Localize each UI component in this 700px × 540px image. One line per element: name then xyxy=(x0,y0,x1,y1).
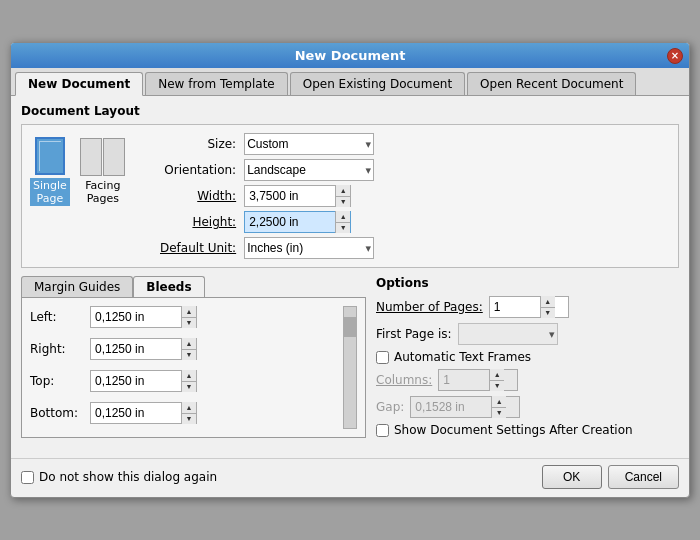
auto-text-checkbox[interactable] xyxy=(376,351,389,364)
size-select-wrap: Custom xyxy=(244,133,374,155)
bleed-scrollbar[interactable] xyxy=(343,306,357,429)
bleed-left-row: Left: ▲ ▼ xyxy=(30,306,339,328)
bleed-top-label: Top: xyxy=(30,374,90,388)
show-settings-checkbox[interactable] xyxy=(376,424,389,437)
default-unit-select[interactable]: Inches (in) xyxy=(244,237,374,259)
bleed-left-input[interactable] xyxy=(91,307,181,327)
bleed-bottom-btns: ▲ ▼ xyxy=(181,402,196,424)
bleed-left-dec[interactable]: ▼ xyxy=(182,318,196,329)
width-spinbox-btns: ▲ ▼ xyxy=(335,185,350,207)
num-pages-dec[interactable]: ▼ xyxy=(541,308,555,319)
sub-tabs: Margin Guides Bleeds xyxy=(21,276,366,297)
footer-checkbox-row: Do not show this dialog again xyxy=(21,470,542,484)
tab-open-existing[interactable]: Open Existing Document xyxy=(290,72,465,95)
columns-label: Columns: xyxy=(376,373,432,387)
tab-new-from-template[interactable]: New from Template xyxy=(145,72,287,95)
close-button[interactable]: × xyxy=(667,48,683,64)
width-input[interactable] xyxy=(245,186,335,206)
bleed-top-inc[interactable]: ▲ xyxy=(182,370,196,382)
height-input-row: ▲ ▼ xyxy=(244,211,670,233)
bleed-right-row: Right: ▲ ▼ xyxy=(30,338,339,360)
sub-tab-content: Left: ▲ ▼ xyxy=(21,297,366,438)
cancel-button[interactable]: Cancel xyxy=(608,465,679,489)
tab-new-document[interactable]: New Document xyxy=(15,72,143,96)
tab-open-recent[interactable]: Open Recent Document xyxy=(467,72,636,95)
first-page-label: First Page is: xyxy=(376,327,452,341)
facing-pages-label: FacingPages xyxy=(85,179,120,205)
num-pages-row: Number of Pages: ▲ ▼ xyxy=(376,296,679,318)
bleed-right-label: Right: xyxy=(30,342,90,356)
default-unit-label: Default Unit: xyxy=(160,241,236,255)
single-page-label: SinglePage xyxy=(30,178,70,206)
height-decrement[interactable]: ▼ xyxy=(336,223,350,234)
gap-spinbox: ▲ ▼ xyxy=(410,396,520,418)
bleed-top-btns: ▲ ▼ xyxy=(181,370,196,392)
columns-input[interactable] xyxy=(439,370,489,390)
size-label: Size: xyxy=(160,137,236,151)
footer-buttons: OK Cancel xyxy=(542,465,679,489)
dialog-body: Document Layout SinglePage FacingPages xyxy=(11,96,689,458)
new-document-dialog: New Document × New Document New from Tem… xyxy=(10,42,690,498)
right-panel: Options Number of Pages: ▲ ▼ First Page … xyxy=(376,276,679,442)
columns-row: Columns: ▲ ▼ xyxy=(376,369,679,391)
bleed-bottom-spinbox: ▲ ▼ xyxy=(90,402,197,424)
sub-tab-bleeds[interactable]: Bleeds xyxy=(133,276,204,297)
bleed-bottom-inc[interactable]: ▲ xyxy=(182,402,196,414)
single-page-option[interactable]: SinglePage xyxy=(30,137,70,206)
gap-input[interactable] xyxy=(411,397,491,417)
height-input[interactable] xyxy=(245,212,335,232)
bleed-top-row: Top: ▲ ▼ xyxy=(30,370,339,392)
num-pages-inc[interactable]: ▲ xyxy=(541,296,555,308)
options-title: Options xyxy=(376,276,679,290)
bleed-bottom-row: Bottom: ▲ ▼ xyxy=(30,402,339,424)
default-unit-input-row: Inches (in) xyxy=(244,237,670,259)
footer: Do not show this dialog again OK Cancel xyxy=(11,458,689,497)
num-pages-input[interactable] xyxy=(490,297,540,317)
default-unit-select-wrap: Inches (in) xyxy=(244,237,374,259)
bleed-left-inc[interactable]: ▲ xyxy=(182,306,196,318)
dont-show-checkbox[interactable] xyxy=(21,471,34,484)
gap-dec[interactable]: ▼ xyxy=(492,408,506,419)
facing-page-right xyxy=(103,138,125,176)
width-increment[interactable]: ▲ xyxy=(336,185,350,197)
bleed-right-dec[interactable]: ▼ xyxy=(182,350,196,361)
bleed-right-btns: ▲ ▼ xyxy=(181,338,196,360)
sub-tab-margin-guides[interactable]: Margin Guides xyxy=(21,276,133,297)
gap-inc[interactable]: ▲ xyxy=(492,396,506,408)
bleed-left-label: Left: xyxy=(30,310,90,324)
bleed-left-spinbox: ▲ ▼ xyxy=(90,306,197,328)
bleed-scroll: Left: ▲ ▼ xyxy=(30,306,357,429)
num-pages-btns: ▲ ▼ xyxy=(540,296,555,318)
show-settings-label: Show Document Settings After Creation xyxy=(394,423,633,437)
width-label: Width: xyxy=(160,189,236,203)
height-spinbox-btns: ▲ ▼ xyxy=(335,211,350,233)
bleed-right-spinbox: ▲ ▼ xyxy=(90,338,197,360)
first-page-row: First Page is: xyxy=(376,323,679,345)
width-decrement[interactable]: ▼ xyxy=(336,197,350,208)
columns-inc[interactable]: ▲ xyxy=(490,369,504,381)
size-select[interactable]: Custom xyxy=(244,133,374,155)
bleed-right-input[interactable] xyxy=(91,339,181,359)
height-increment[interactable]: ▲ xyxy=(336,211,350,223)
width-input-row: ▲ ▼ xyxy=(244,185,670,207)
properties-grid: Size: Custom Orientation: Landscape Widt… xyxy=(160,133,670,259)
bleed-top-dec[interactable]: ▼ xyxy=(182,382,196,393)
bleed-top-input[interactable] xyxy=(91,371,181,391)
title-bar: New Document × xyxy=(11,43,689,68)
bleed-bottom-dec[interactable]: ▼ xyxy=(182,414,196,425)
facing-pages-icon xyxy=(80,138,126,176)
ok-button[interactable]: OK xyxy=(542,465,602,489)
dialog-title: New Document xyxy=(295,48,406,63)
columns-btns: ▲ ▼ xyxy=(489,369,504,391)
scroll-thumb xyxy=(344,317,356,337)
orientation-select[interactable]: Landscape xyxy=(244,159,374,181)
bleed-bottom-input[interactable] xyxy=(91,403,181,423)
facing-page-left xyxy=(80,138,102,176)
first-page-select[interactable] xyxy=(458,323,558,345)
width-spinbox: ▲ ▼ xyxy=(244,185,351,207)
facing-pages-option[interactable]: FacingPages xyxy=(80,138,126,205)
auto-text-label: Automatic Text Frames xyxy=(394,350,531,364)
columns-dec[interactable]: ▼ xyxy=(490,381,504,392)
orientation-label: Orientation: xyxy=(160,163,236,177)
bleed-right-inc[interactable]: ▲ xyxy=(182,338,196,350)
